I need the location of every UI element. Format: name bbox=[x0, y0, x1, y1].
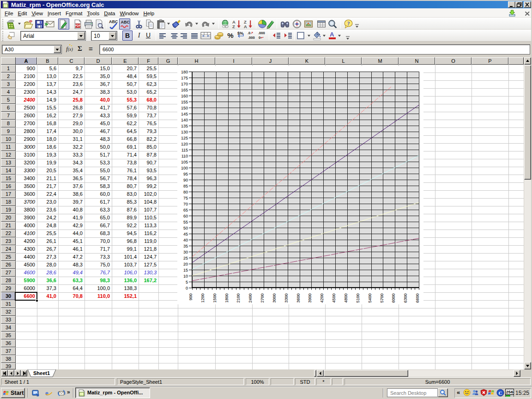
svg-text:155: 155 bbox=[181, 100, 188, 104]
svg-text:45: 45 bbox=[183, 232, 188, 236]
svg-text:0: 0 bbox=[186, 286, 188, 290]
svg-text:40: 40 bbox=[183, 238, 188, 242]
svg-text:10: 10 bbox=[183, 274, 188, 278]
svg-text:25: 25 bbox=[183, 256, 188, 260]
svg-text:100: 100 bbox=[181, 166, 188, 170]
svg-text:85: 85 bbox=[183, 184, 188, 188]
svg-text:6600: 6600 bbox=[415, 294, 420, 303]
svg-text:125: 125 bbox=[181, 136, 188, 140]
svg-text:80: 80 bbox=[183, 190, 188, 194]
svg-text:e: e bbox=[45, 389, 48, 397]
svg-text:35: 35 bbox=[183, 244, 188, 248]
svg-text:4500: 4500 bbox=[332, 294, 336, 303]
svg-text:170: 170 bbox=[181, 82, 188, 86]
svg-text:180: 180 bbox=[181, 70, 188, 74]
svg-text:C: C bbox=[499, 390, 502, 396]
svg-text:4200: 4200 bbox=[320, 294, 324, 303]
svg-text:ABC: ABC bbox=[121, 20, 130, 24]
svg-text:165: 165 bbox=[181, 88, 188, 92]
svg-text:2400: 2400 bbox=[248, 294, 253, 303]
svg-text:PDF: PDF bbox=[75, 24, 81, 27]
svg-text:140: 140 bbox=[181, 118, 188, 122]
svg-text:110: 110 bbox=[181, 154, 188, 158]
svg-text:70: 70 bbox=[183, 202, 188, 206]
svg-text:175: 175 bbox=[181, 76, 188, 80]
svg-text:3600: 3600 bbox=[296, 294, 301, 303]
svg-text:5100: 5100 bbox=[356, 294, 360, 303]
svg-text:2700: 2700 bbox=[260, 294, 265, 303]
svg-text:3300: 3300 bbox=[284, 294, 289, 303]
svg-text:120: 120 bbox=[181, 142, 188, 146]
svg-text:65: 65 bbox=[183, 208, 188, 212]
svg-text:6000: 6000 bbox=[391, 294, 396, 303]
svg-text:50: 50 bbox=[183, 226, 188, 230]
svg-text:5700: 5700 bbox=[380, 294, 384, 303]
svg-text:900: 900 bbox=[188, 294, 193, 301]
svg-text:150: 150 bbox=[181, 106, 188, 110]
svg-text:Sheet1: Sheet1 bbox=[33, 370, 50, 376]
svg-text:95: 95 bbox=[183, 172, 188, 176]
svg-text:6300: 6300 bbox=[403, 294, 408, 303]
svg-text:160: 160 bbox=[181, 94, 188, 98]
svg-text:15: 15 bbox=[183, 268, 188, 272]
svg-text:145: 145 bbox=[181, 112, 188, 116]
svg-text:256: 256 bbox=[506, 389, 514, 394]
svg-text:2100: 2100 bbox=[236, 294, 241, 303]
svg-text:75: 75 bbox=[183, 196, 188, 200]
svg-text:135: 135 bbox=[181, 124, 188, 128]
svg-text:1200: 1200 bbox=[200, 294, 205, 303]
svg-text:5: 5 bbox=[186, 280, 188, 284]
svg-text:A: A bbox=[244, 24, 247, 29]
svg-text:130: 130 bbox=[181, 130, 188, 134]
svg-text:3900: 3900 bbox=[308, 294, 312, 303]
svg-text:55: 55 bbox=[183, 220, 188, 224]
svg-text:115: 115 bbox=[181, 148, 188, 152]
svg-text:5400: 5400 bbox=[368, 294, 372, 303]
svg-text:20: 20 bbox=[183, 262, 188, 266]
svg-text:4800: 4800 bbox=[344, 294, 348, 303]
svg-text:105: 105 bbox=[181, 160, 188, 164]
svg-text:?: ? bbox=[347, 21, 350, 26]
svg-text:90: 90 bbox=[183, 178, 188, 182]
svg-text:Z: Z bbox=[232, 24, 235, 29]
svg-text:30: 30 bbox=[183, 250, 188, 254]
svg-text:60: 60 bbox=[183, 214, 188, 218]
svg-text:1800: 1800 bbox=[224, 294, 229, 303]
svg-text:1500: 1500 bbox=[212, 294, 217, 303]
svg-text:3000: 3000 bbox=[272, 294, 277, 303]
